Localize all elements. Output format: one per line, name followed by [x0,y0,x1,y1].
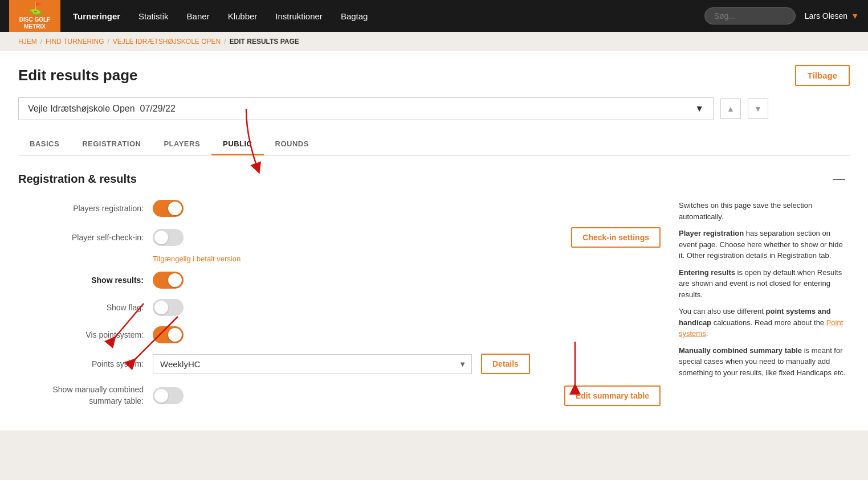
logo-text: DISC GOLF METRIX [9,17,60,30]
user-chevron-icon: ▼ [851,11,859,20]
nav-klubber[interactable]: Klubber [220,7,266,26]
show-flag-track[interactable] [153,299,184,316]
breadcrumb-current: EDIT RESULTS PAGE [230,38,299,46]
tilbage-button[interactable]: Tilbage [795,65,850,86]
breadcrumb: HJEM / FIND TURNERING / VEJLE IDRÆTSHØJS… [0,32,868,51]
tournament-down-button[interactable]: ▼ [748,99,768,119]
show-results-thumb [168,273,182,287]
nav-bagtag[interactable]: Bagtag [333,7,376,26]
vis-pointsystem-row: Vis pointsystem: [18,326,661,343]
show-flag-label: Show flag: [18,303,144,312]
points-system-select-wrapper: WeeklyHC PDGA Weekly Custom ▼ [153,354,472,374]
nav-turneringer[interactable]: Turneringer [65,7,128,26]
points-system-row: Points system: WeeklyHC PDGA Weekly Cust… [18,354,661,374]
section-header: Registration & results — [18,171,850,186]
self-checkin-thumb [154,231,168,244]
tournament-up-button[interactable]: ▲ [720,99,741,119]
details-button[interactable]: Details [481,354,530,374]
show-flag-toggle[interactable] [153,299,184,316]
tournament-selector: Vejle Idrætshøjskole Open 07/29/22 ▼ ▲ ▼ [18,97,850,120]
nav-statistik[interactable]: Statistik [131,7,177,26]
show-manually-combined-row: Show manually combinedsummary table: Edi… [18,384,661,407]
tab-basics[interactable]: BASICS [18,134,71,155]
show-manually-combined-thumb [154,389,168,403]
settings-column: Players registration: Player self-check-… [18,200,661,417]
edit-summary-table-button[interactable]: Edit summary table [564,385,661,406]
players-registration-row: Players registration: [18,200,661,217]
tab-public[interactable]: PUBLIC [211,134,263,155]
players-registration-thumb [168,202,182,215]
self-checkin-row: Player self-check-in: Check-in settings [18,227,661,248]
search-input[interactable] [704,7,796,24]
show-results-toggle[interactable] [153,272,184,289]
page-header: Edit results page Tilbage [18,65,850,86]
show-manually-combined-label: Show manually combinedsummary table: [18,384,144,407]
page-content: Edit results page Tilbage Vejle Idrætshø… [0,51,868,430]
tournament-dropdown[interactable]: Vejle Idrætshøjskole Open 07/29/22 ▼ [18,97,714,120]
logo[interactable]: ⛳ DISC GOLF METRIX [9,0,60,32]
nav-baner[interactable]: Baner [179,7,218,26]
help-text-3: Entering results is open by default when… [679,267,850,301]
breadcrumb-hjem[interactable]: HJEM [18,38,37,46]
navbar: ⛳ DISC GOLF METRIX Turneringer Statistik… [0,0,868,32]
section-collapse-button[interactable]: — [828,171,850,186]
nav-instruktioner[interactable]: Instruktioner [267,7,331,26]
breadcrumb-tournament[interactable]: VEJLE IDRÆTSHØJSKOLE OPEN [113,38,221,46]
tabs: BASICS REGISTRATION PLAYERS PUBLIC ROUND… [18,134,850,155]
breadcrumb-sep-1: / [40,38,42,46]
show-flag-row: Show flag: [18,299,661,316]
page-title: Edit results page [18,67,138,84]
checkin-settings-button[interactable]: Check-in settings [571,227,661,248]
user-name: Lars Olesen [805,11,847,20]
show-results-track[interactable] [153,272,184,289]
points-system-select[interactable]: WeeklyHC PDGA Weekly Custom [153,354,472,374]
players-registration-label: Players registration: [18,204,144,213]
main-area: Players registration: Player self-check-… [18,200,850,417]
show-results-label: Show results: [18,276,144,285]
points-system-label: Points system: [18,359,144,368]
breadcrumb-sep-3: / [224,38,226,46]
help-text-4: You can also use different point systems… [679,306,850,339]
user-menu[interactable]: Lars Olesen ▼ [805,11,859,20]
players-registration-track[interactable] [153,200,184,217]
tab-players[interactable]: PLAYERS [152,134,211,155]
vis-pointsystem-toggle[interactable] [153,326,184,343]
self-checkin-toggle[interactable] [153,229,184,246]
dropdown-chevron-icon: ▼ [695,104,704,114]
vis-pointsystem-label: Vis pointsystem: [18,330,144,339]
show-results-row: Show results: [18,272,661,289]
help-column: Switches on this page save the selection… [679,200,850,417]
help-text-1: Switches on this page save the selection… [679,200,850,222]
section-title: Registration & results [18,173,137,186]
nav-links: Turneringer Statistik Baner Klubber Inst… [65,7,704,26]
help-text-5: Manually combined summary table is meant… [679,345,850,379]
self-checkin-track[interactable] [153,229,184,246]
players-registration-toggle[interactable] [153,200,184,217]
paid-note-text: Tilgængelig i betalt version [153,255,241,263]
show-manually-combined-track[interactable] [153,387,184,404]
paid-note-row: Tilgængelig i betalt version [153,253,661,264]
show-manually-combined-toggle[interactable] [153,387,184,404]
self-checkin-label: Player self-check-in: [18,233,144,242]
vis-pointsystem-thumb [168,328,182,342]
tournament-name: Vejle Idrætshøjskole Open 07/29/22 [28,104,176,114]
tab-rounds[interactable]: ROUNDS [264,134,320,155]
breadcrumb-sep-2: / [107,38,109,46]
show-flag-thumb [154,301,168,314]
tab-registration[interactable]: REGISTRATION [71,134,152,155]
breadcrumb-find-turnering[interactable]: FIND TURNERING [46,38,104,46]
vis-pointsystem-track[interactable] [153,326,184,343]
help-text-2: Player registration has separation secti… [679,228,850,261]
